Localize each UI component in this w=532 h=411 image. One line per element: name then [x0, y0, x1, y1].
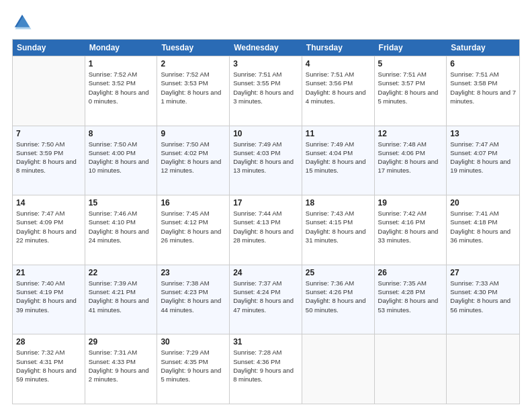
- cell-sun-info: Sunrise: 7:35 AM Sunset: 4:28 PM Dayligh…: [378, 279, 443, 314]
- calendar-cell: 30Sunrise: 7:29 AM Sunset: 4:35 PM Dayli…: [157, 334, 230, 404]
- calendar-cell: 24Sunrise: 7:37 AM Sunset: 4:24 PM Dayli…: [230, 265, 302, 334]
- cell-day-number: 13: [450, 129, 516, 138]
- cell-day-number: 27: [450, 268, 516, 277]
- calendar-cell: 17Sunrise: 7:44 AM Sunset: 4:13 PM Dayli…: [230, 195, 302, 265]
- cell-day-number: 12: [378, 129, 443, 138]
- cell-sun-info: Sunrise: 7:50 AM Sunset: 4:02 PM Dayligh…: [161, 140, 226, 175]
- calendar-cell: 21Sunrise: 7:40 AM Sunset: 4:19 PM Dayli…: [13, 265, 85, 334]
- cell-sun-info: Sunrise: 7:45 AM Sunset: 4:12 PM Dayligh…: [161, 209, 226, 244]
- cell-day-number: 5: [378, 59, 443, 68]
- cell-day-number: 21: [16, 268, 81, 277]
- calendar-cell: 3Sunrise: 7:51 AM Sunset: 3:55 PM Daylig…: [230, 56, 302, 126]
- weekday-header: Monday: [85, 40, 158, 56]
- cell-day-number: 24: [233, 268, 298, 277]
- calendar: SundayMondayTuesdayWednesdayThursdayFrid…: [12, 39, 520, 404]
- cell-day-number: 11: [306, 129, 371, 138]
- calendar-cell: 18Sunrise: 7:43 AM Sunset: 4:15 PM Dayli…: [302, 195, 375, 265]
- calendar-cell: 2Sunrise: 7:52 AM Sunset: 3:53 PM Daylig…: [157, 56, 230, 126]
- calendar-cell: 27Sunrise: 7:33 AM Sunset: 4:30 PM Dayli…: [447, 265, 519, 334]
- cell-day-number: 28: [16, 337, 81, 347]
- calendar-row: 1Sunrise: 7:52 AM Sunset: 3:52 PM Daylig…: [13, 56, 519, 126]
- calendar-cell: 7Sunrise: 7:50 AM Sunset: 3:59 PM Daylig…: [13, 126, 85, 195]
- cell-day-number: 7: [16, 129, 81, 138]
- calendar-row: 7Sunrise: 7:50 AM Sunset: 3:59 PM Daylig…: [13, 126, 519, 195]
- calendar-cell: 12Sunrise: 7:48 AM Sunset: 4:06 PM Dayli…: [375, 126, 447, 195]
- calendar-row: 21Sunrise: 7:40 AM Sunset: 4:19 PM Dayli…: [13, 265, 519, 334]
- calendar-cell: 25Sunrise: 7:36 AM Sunset: 4:26 PM Dayli…: [302, 265, 375, 334]
- cell-sun-info: Sunrise: 7:36 AM Sunset: 4:26 PM Dayligh…: [306, 279, 371, 314]
- cell-day-number: 30: [161, 337, 226, 347]
- calendar-header: SundayMondayTuesdayWednesdayThursdayFrid…: [13, 40, 519, 56]
- calendar-cell: 6Sunrise: 7:51 AM Sunset: 3:58 PM Daylig…: [447, 56, 519, 126]
- cell-day-number: 9: [161, 129, 226, 138]
- cell-sun-info: Sunrise: 7:50 AM Sunset: 3:59 PM Dayligh…: [16, 140, 81, 175]
- empty-cell: [13, 56, 85, 126]
- cell-sun-info: Sunrise: 7:51 AM Sunset: 3:56 PM Dayligh…: [306, 70, 371, 105]
- cell-day-number: 19: [378, 198, 443, 208]
- calendar-row: 14Sunrise: 7:47 AM Sunset: 4:09 PM Dayli…: [13, 195, 519, 265]
- cell-sun-info: Sunrise: 7:51 AM Sunset: 3:57 PM Dayligh…: [378, 70, 443, 105]
- cell-sun-info: Sunrise: 7:48 AM Sunset: 4:06 PM Dayligh…: [378, 140, 443, 175]
- cell-day-number: 17: [233, 198, 298, 208]
- cell-day-number: 23: [161, 268, 226, 277]
- cell-sun-info: Sunrise: 7:28 AM Sunset: 4:36 PM Dayligh…: [233, 348, 298, 383]
- cell-sun-info: Sunrise: 7:47 AM Sunset: 4:09 PM Dayligh…: [16, 209, 81, 244]
- cell-sun-info: Sunrise: 7:46 AM Sunset: 4:10 PM Dayligh…: [89, 209, 154, 244]
- cell-day-number: 29: [89, 337, 154, 347]
- calendar-cell: 13Sunrise: 7:47 AM Sunset: 4:07 PM Dayli…: [447, 126, 519, 195]
- calendar-cell: 19Sunrise: 7:42 AM Sunset: 4:16 PM Dayli…: [375, 195, 447, 265]
- cell-day-number: 31: [233, 337, 298, 347]
- cell-sun-info: Sunrise: 7:49 AM Sunset: 4:04 PM Dayligh…: [306, 140, 371, 175]
- cell-day-number: 22: [89, 268, 154, 277]
- cell-sun-info: Sunrise: 7:51 AM Sunset: 3:58 PM Dayligh…: [450, 70, 516, 105]
- cell-day-number: 10: [233, 129, 298, 138]
- calendar-body: 1Sunrise: 7:52 AM Sunset: 3:52 PM Daylig…: [13, 56, 519, 404]
- cell-day-number: 18: [306, 198, 371, 208]
- cell-day-number: 3: [233, 59, 298, 68]
- cell-sun-info: Sunrise: 7:41 AM Sunset: 4:18 PM Dayligh…: [450, 209, 516, 244]
- cell-day-number: 14: [16, 198, 81, 208]
- weekday-header: Wednesday: [230, 40, 302, 56]
- calendar-cell: 14Sunrise: 7:47 AM Sunset: 4:09 PM Dayli…: [13, 195, 85, 265]
- calendar-cell: 22Sunrise: 7:39 AM Sunset: 4:21 PM Dayli…: [85, 265, 158, 334]
- weekday-header: Saturday: [447, 40, 519, 56]
- cell-sun-info: Sunrise: 7:50 AM Sunset: 4:00 PM Dayligh…: [89, 140, 154, 175]
- cell-day-number: 15: [89, 198, 154, 208]
- calendar-cell: 10Sunrise: 7:49 AM Sunset: 4:03 PM Dayli…: [230, 126, 302, 195]
- weekday-header: Thursday: [302, 40, 375, 56]
- cell-day-number: 2: [161, 59, 226, 68]
- logo: [12, 12, 35, 32]
- cell-sun-info: Sunrise: 7:37 AM Sunset: 4:24 PM Dayligh…: [233, 279, 298, 314]
- header: [12, 12, 520, 32]
- cell-sun-info: Sunrise: 7:52 AM Sunset: 3:53 PM Dayligh…: [161, 70, 226, 105]
- calendar-cell: 20Sunrise: 7:41 AM Sunset: 4:18 PM Dayli…: [447, 195, 519, 265]
- calendar-cell: 29Sunrise: 7:31 AM Sunset: 4:33 PM Dayli…: [85, 334, 158, 404]
- calendar-row: 28Sunrise: 7:32 AM Sunset: 4:31 PM Dayli…: [13, 334, 519, 404]
- cell-sun-info: Sunrise: 7:29 AM Sunset: 4:35 PM Dayligh…: [161, 348, 226, 383]
- calendar-cell: 1Sunrise: 7:52 AM Sunset: 3:52 PM Daylig…: [85, 56, 158, 126]
- calendar-cell: 5Sunrise: 7:51 AM Sunset: 3:57 PM Daylig…: [375, 56, 447, 126]
- cell-day-number: 4: [306, 59, 371, 68]
- cell-day-number: 25: [306, 268, 371, 277]
- weekday-header: Tuesday: [157, 40, 230, 56]
- cell-sun-info: Sunrise: 7:32 AM Sunset: 4:31 PM Dayligh…: [16, 348, 81, 383]
- calendar-cell: 11Sunrise: 7:49 AM Sunset: 4:04 PM Dayli…: [302, 126, 375, 195]
- empty-cell: [447, 334, 519, 404]
- calendar-cell: 4Sunrise: 7:51 AM Sunset: 3:56 PM Daylig…: [302, 56, 375, 126]
- calendar-cell: 15Sunrise: 7:46 AM Sunset: 4:10 PM Dayli…: [85, 195, 158, 265]
- calendar-cell: 8Sunrise: 7:50 AM Sunset: 4:00 PM Daylig…: [85, 126, 158, 195]
- cell-sun-info: Sunrise: 7:47 AM Sunset: 4:07 PM Dayligh…: [450, 140, 516, 175]
- calendar-cell: 23Sunrise: 7:38 AM Sunset: 4:23 PM Dayli…: [157, 265, 230, 334]
- cell-day-number: 16: [161, 198, 226, 208]
- calendar-cell: 9Sunrise: 7:50 AM Sunset: 4:02 PM Daylig…: [157, 126, 230, 195]
- empty-cell: [375, 334, 447, 404]
- weekday-header: Sunday: [13, 40, 85, 56]
- cell-day-number: 26: [378, 268, 443, 277]
- cell-day-number: 20: [450, 198, 516, 208]
- cell-day-number: 6: [450, 59, 516, 68]
- weekday-header: Friday: [375, 40, 447, 56]
- cell-sun-info: Sunrise: 7:42 AM Sunset: 4:16 PM Dayligh…: [378, 209, 443, 244]
- cell-sun-info: Sunrise: 7:33 AM Sunset: 4:30 PM Dayligh…: [450, 279, 516, 314]
- cell-sun-info: Sunrise: 7:43 AM Sunset: 4:15 PM Dayligh…: [306, 209, 371, 244]
- cell-sun-info: Sunrise: 7:52 AM Sunset: 3:52 PM Dayligh…: [89, 70, 154, 105]
